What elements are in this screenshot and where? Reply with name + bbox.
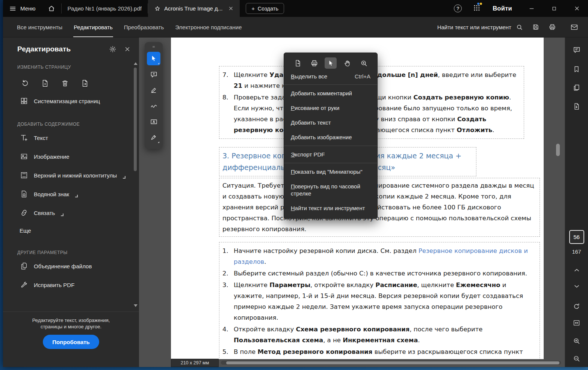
zoom-tool-icon[interactable] — [358, 57, 370, 69]
export-panel-button[interactable] — [569, 99, 584, 114]
add-text-box-tool[interactable] — [147, 115, 160, 128]
tab-close-icon[interactable] — [228, 6, 234, 11]
add-text-item[interactable]: Текст — [3, 128, 139, 147]
rotate-page-button[interactable] — [18, 77, 32, 90]
zoom-out-button[interactable] — [569, 351, 584, 366]
maximize-button[interactable] — [544, 0, 564, 17]
repair-pdf-icon — [20, 281, 29, 289]
help-button[interactable]: ? — [448, 5, 468, 12]
text-icon — [20, 134, 29, 142]
tab-all-tools[interactable]: Все инструменты — [11, 17, 68, 37]
horizontal-scrollbar[interactable] — [221, 361, 561, 365]
scroll-up-arrow[interactable] — [134, 62, 138, 65]
menu-item-label: Добавить изображение — [291, 134, 370, 141]
scrollbar-thumb[interactable] — [226, 361, 559, 364]
image-icon — [20, 152, 29, 161]
minimize-button[interactable] — [522, 0, 541, 17]
search-icon — [516, 24, 523, 31]
scrollbar-thumb[interactable] — [134, 68, 137, 171]
select-cursor-icon[interactable] — [325, 57, 337, 69]
add-image-item[interactable]: Изображение — [3, 147, 139, 166]
home-button[interactable] — [42, 0, 61, 17]
menu-item-find-text[interactable]: Найти текст или инструмент — [284, 201, 377, 215]
apps-grid-button[interactable] — [471, 2, 483, 15]
close-button[interactable] — [567, 0, 586, 17]
flyout-indicator — [123, 176, 125, 179]
bookmarks-panel-button[interactable] — [569, 62, 584, 77]
highlight-tool[interactable] — [147, 83, 160, 97]
page-export-icon[interactable] — [292, 57, 304, 69]
extract-page-button[interactable] — [78, 77, 92, 90]
fill-sign-tool[interactable] — [147, 131, 160, 144]
panel-title: Редактировать — [17, 45, 71, 53]
hand-tool-icon[interactable] — [341, 57, 353, 69]
section-edit-page-label: ИЗМЕНИТЬ СТРАНИЦУ — [17, 65, 139, 70]
more-item[interactable]: Еще — [3, 222, 139, 239]
panel-footer: Редактируйте текст, изображения, страниц… — [3, 311, 139, 367]
tab-esign[interactable]: Электронное подписание — [169, 17, 247, 37]
step-number: 3. — [222, 280, 234, 323]
app-menu-button[interactable]: Меню — [3, 0, 42, 17]
refresh-button[interactable] — [569, 299, 584, 314]
fit-page-button[interactable] — [569, 315, 584, 330]
comments-panel-button[interactable] — [569, 42, 584, 57]
step-number: 7. — [222, 69, 234, 91]
tab-acronis-pdf[interactable]: Acronis True Image д... — [148, 0, 240, 17]
apps-grid-icon — [473, 4, 481, 12]
panel-close-icon[interactable] — [124, 45, 131, 53]
step-number: 8. — [222, 92, 234, 135]
star-icon[interactable] — [154, 5, 161, 12]
drag-handle[interactable] — [150, 44, 157, 51]
insert-page-button[interactable] — [38, 77, 52, 90]
tab-radio-pdf[interactable]: Радио №1 (январь 2026).pdf — [62, 0, 148, 17]
menu-item-select-all[interactable]: Выделить все Ctrl+A — [284, 72, 377, 83]
menu-item-export-pdf[interactable]: Экспорт PDF — [284, 147, 377, 162]
menu-item-add-text[interactable]: Добавить текст — [284, 115, 377, 130]
previous-page-button[interactable] — [569, 264, 584, 276]
scroll-down-arrow[interactable] — [134, 304, 138, 307]
current-page-indicator[interactable]: 56 — [569, 230, 584, 244]
header-footer-item[interactable]: Верхний и нижний колонтитулы — [3, 166, 139, 185]
gear-icon[interactable] — [109, 45, 116, 53]
select-tool[interactable] — [147, 52, 160, 65]
watermark-item[interactable]: Водяной знак — [3, 185, 139, 203]
tab-edit[interactable]: Редактировать — [68, 17, 118, 37]
draw-tool[interactable] — [147, 99, 160, 113]
pages-panel-button[interactable] — [569, 80, 584, 95]
menu-item-show-thumbnails[interactable]: Показать вид "Миниатюры" — [284, 164, 377, 179]
tab-convert[interactable]: Преобразовать — [118, 17, 169, 37]
header-footer-label: Верхний и нижний колонтитулы — [34, 172, 117, 179]
create-button[interactable]: + Создать — [246, 3, 284, 14]
delete-page-button[interactable] — [58, 77, 72, 90]
combine-files-item[interactable]: Объединение файлов — [3, 257, 139, 275]
titlebar: Меню Радио №1 (январь 2026).pdf Acronis … — [3, 0, 588, 17]
add-comment-tool[interactable] — [147, 68, 160, 81]
login-button[interactable]: Войти — [486, 5, 519, 12]
flyout-indicator — [158, 63, 159, 64]
numbered-list-block[interactable]: 1. Начните настройку резервной копии дис… — [219, 242, 540, 359]
save-icon[interactable] — [532, 23, 540, 31]
zoom-in-button[interactable] — [569, 333, 584, 348]
mail-icon[interactable] — [570, 23, 578, 31]
menu-item-add-comment[interactable]: Добавить комментарий — [284, 86, 377, 101]
step-text: Начните настройку резервной копии диска.… — [234, 245, 537, 267]
repair-pdf-item[interactable]: Исправить PDF — [3, 275, 139, 294]
menu-item-label: Добавить текст — [291, 119, 370, 126]
find-tool-button[interactable]: Найти текст или инструмент — [437, 24, 523, 31]
step-number: 2. — [222, 268, 234, 279]
vertical-scrollbar-thumb[interactable] — [556, 144, 560, 156]
next-page-button[interactable] — [569, 280, 584, 292]
panel-scrollbar[interactable] — [133, 62, 137, 307]
link-item[interactable]: Связать — [3, 203, 139, 222]
page-size-badge: 210 x 297 мм — [171, 359, 219, 367]
organize-pages-item[interactable]: Систематизация страниц — [3, 92, 139, 110]
menu-item-add-image[interactable]: Добавить изображение — [284, 130, 377, 144]
situation-block[interactable]: Ситуация. Требуется выполнять резервное … — [219, 178, 540, 237]
situation-text: Ситуация. Требуется выполнять резервное … — [222, 180, 537, 235]
try-button[interactable]: Попробовать — [43, 335, 99, 349]
menu-item-freehand-draw[interactable]: Рисование от руки — [284, 101, 377, 115]
menu-item-label: Экспорт PDF — [291, 151, 370, 158]
print-icon[interactable] — [308, 57, 320, 69]
menu-item-rotate-view[interactable]: Повернуть вид по часовой стрелке — [284, 179, 377, 201]
print-icon[interactable] — [549, 23, 556, 31]
